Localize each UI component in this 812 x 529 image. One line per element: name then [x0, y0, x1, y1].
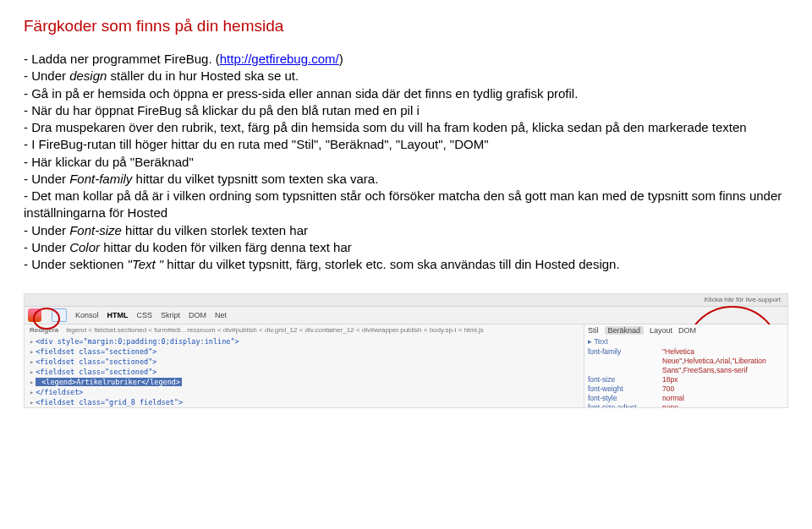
- css-property-name: font-style: [588, 394, 662, 403]
- style-panel-tabs: Stil Beräknad Layout DOM: [588, 326, 784, 335]
- line-12a: - Under sektionen: [24, 257, 128, 271]
- tab-net[interactable]: Net: [215, 311, 227, 319]
- css-property-name: font-size-adjust: [588, 403, 662, 408]
- firebug-tab-row: Konsol HTML CSS Skript DOM Net: [75, 311, 227, 319]
- page-title: Färgkoder som finns på din hemsida: [24, 17, 788, 35]
- code-line[interactable]: ▸<fieldset class="sectioned">: [30, 367, 579, 377]
- inspect-button[interactable]: [52, 308, 67, 322]
- tab-html[interactable]: HTML: [107, 311, 129, 319]
- tab-skript[interactable]: Skript: [161, 311, 180, 319]
- css-property-row: font-size18px: [588, 375, 784, 384]
- style-panel: Stil Beräknad Layout DOM ▸ Text font-fam…: [584, 324, 787, 408]
- line-2b: ställer du in hur Hosted ska se ut.: [107, 68, 299, 83]
- css-property-value: 700: [662, 384, 784, 394]
- line-4: - När du har öppnat FireBug så klickar d…: [24, 103, 420, 117]
- line-10a: - Under: [24, 223, 69, 237]
- line-10b: hittar du vilken storlek texten har: [122, 223, 308, 237]
- css-property-row: font-size-adjustnone: [588, 403, 784, 408]
- code-line[interactable]: ▸<fieldset class="grid_8 fieldset">: [30, 397, 579, 407]
- code-line[interactable]: ▸<fieldset class="sectioned">: [30, 357, 579, 367]
- line-2a: - Under: [24, 68, 69, 83]
- firebug-toolbar: Konsol HTML CSS Skript DOM Net: [25, 307, 787, 324]
- css-property-value: none: [662, 403, 784, 408]
- instructions-body: - Ladda ner programmet FireBug. (http://…: [24, 51, 788, 273]
- css-property-value: normal: [662, 394, 784, 403]
- css-property-row: font-family"Helvetica Neue",Helvetica,Ar…: [588, 347, 784, 375]
- css-property-name: font-family: [588, 347, 662, 375]
- line-12b: hittar du vilket typsnitt, färg, storlek…: [163, 257, 619, 271]
- code-line[interactable]: ▸<fieldset class="sectioned">: [30, 407, 579, 408]
- firebug-icon[interactable]: [28, 308, 41, 322]
- tab-konsol[interactable]: Konsol: [75, 311, 99, 319]
- code-line[interactable]: ▸<fieldset class="sectioned">: [30, 346, 579, 357]
- line-12-italic: "Text ": [128, 257, 164, 271]
- line-11-italic: Color: [69, 240, 100, 254]
- line-8b: hittar du vilket typsnitt som texten ska…: [132, 172, 378, 186]
- css-property-row: font-weight700: [588, 384, 784, 394]
- line-6: - I FireBug-rutan till höger hittar du e…: [24, 137, 489, 151]
- rtab-layout[interactable]: Layout: [650, 326, 672, 335]
- css-property-name: font-weight: [588, 384, 662, 394]
- line-9: - Det man kollar på då är i vilken ordni…: [24, 188, 782, 220]
- code-lines: ▸<div style="margin:0;padding:0;display:…: [30, 336, 579, 408]
- tab-dom[interactable]: DOM: [189, 311, 206, 319]
- code-line[interactable]: ▸ <legend>Artikelrubriker</legend>: [30, 377, 579, 387]
- firebug-link[interactable]: http://getfirebug.com/: [220, 52, 339, 66]
- tab-css[interactable]: CSS: [137, 311, 153, 319]
- firebug-screenshot: Klicka här för live-support Konsol HTML …: [24, 293, 788, 408]
- line-5: - Dra muspekaren över den rubrik, text, …: [24, 120, 747, 134]
- edit-button[interactable]: Redigera: [30, 326, 58, 334]
- rtab-dom[interactable]: DOM: [678, 326, 696, 335]
- breadcrumb: legend < fieldset.sectioned < form#edi…r…: [66, 326, 484, 334]
- section-text-header: Text: [594, 337, 608, 346]
- code-line[interactable]: ▸<div style="margin:0;padding:0;display:…: [30, 336, 579, 346]
- property-list: font-family"Helvetica Neue",Helvetica,Ar…: [588, 347, 784, 408]
- line-10-italic: Font-size: [69, 223, 122, 237]
- css-property-value: "Helvetica Neue",Helvetica,Arial,"Libera…: [662, 347, 784, 375]
- line-8a: - Under: [24, 172, 69, 186]
- html-panel: Redigera legend < fieldset.sectioned < f…: [25, 324, 584, 408]
- line-7: - Här klickar du på "Beräknad": [24, 155, 194, 169]
- line-11b: hittar du koden för vilken färg denna te…: [100, 240, 352, 254]
- line-2-italic: design: [69, 68, 107, 83]
- line-8-italic: Font-family: [69, 172, 132, 186]
- code-line[interactable]: ▸</fieldset>: [30, 387, 579, 397]
- line-1b: ): [339, 52, 343, 66]
- line-1a: - Ladda ner programmet FireBug. (: [24, 52, 220, 66]
- css-property-name: font-size: [588, 375, 662, 384]
- css-property-value: 18px: [662, 375, 784, 384]
- live-support-note: Klicka här för live-support: [25, 294, 787, 307]
- line-11a: - Under: [24, 240, 69, 254]
- line-3: - Gå in på er hemsida och öppna er press…: [24, 86, 578, 101]
- rtab-beraknad[interactable]: Beräknad: [605, 326, 645, 335]
- rtab-stil[interactable]: Stil: [588, 326, 599, 335]
- css-property-row: font-stylenormal: [588, 394, 784, 403]
